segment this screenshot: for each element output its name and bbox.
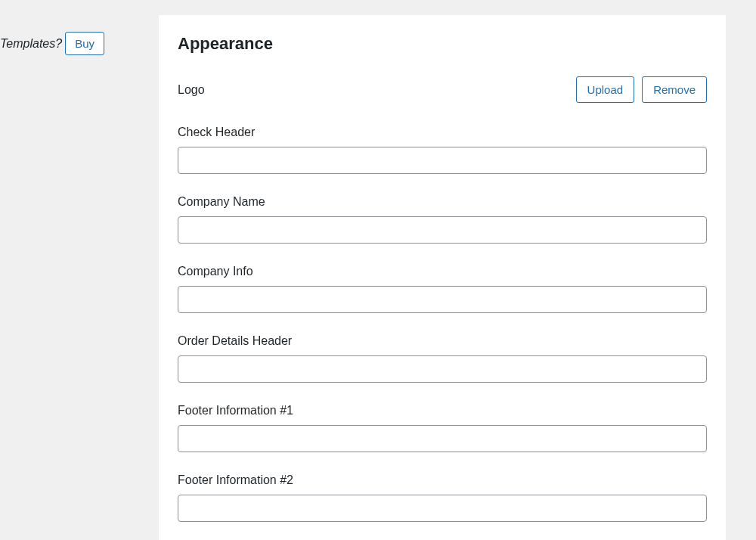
upload-button[interactable]: Upload xyxy=(576,76,635,103)
buy-button[interactable]: Buy xyxy=(65,32,104,55)
company-info-label: Company Info xyxy=(178,265,707,278)
company-info-field: Company Info xyxy=(178,265,707,313)
footer-info-2-field: Footer Information #2 xyxy=(178,473,707,522)
sidebar: Templates? Buy xyxy=(0,0,129,540)
company-name-label: Company Name xyxy=(178,195,707,209)
order-details-header-input[interactable] xyxy=(178,355,707,383)
templates-text: Templates? xyxy=(0,37,62,51)
footer-info-1-field: Footer Information #1 xyxy=(178,404,707,452)
remove-button[interactable]: Remove xyxy=(642,76,707,103)
company-name-field: Company Name xyxy=(178,195,707,244)
footer-info-1-label: Footer Information #1 xyxy=(178,404,707,417)
footer-info-2-input[interactable] xyxy=(178,495,707,522)
company-info-input[interactable] xyxy=(178,286,707,313)
order-details-header-label: Order Details Header xyxy=(178,334,707,348)
check-header-field: Check Header xyxy=(178,126,707,174)
logo-label: Logo xyxy=(178,83,205,97)
logo-buttons: Upload Remove xyxy=(576,76,707,103)
check-header-input[interactable] xyxy=(178,147,707,174)
order-details-header-field: Order Details Header xyxy=(178,334,707,383)
logo-row: Logo Upload Remove xyxy=(178,76,707,103)
appearance-panel: Appearance Logo Upload Remove Check Head… xyxy=(159,15,726,540)
footer-info-1-input[interactable] xyxy=(178,425,707,452)
check-header-label: Check Header xyxy=(178,126,707,139)
page-title: Appearance xyxy=(178,34,707,54)
company-name-input[interactable] xyxy=(178,216,707,244)
footer-info-2-label: Footer Information #2 xyxy=(178,473,707,487)
templates-prompt: Templates? Buy xyxy=(0,32,104,55)
